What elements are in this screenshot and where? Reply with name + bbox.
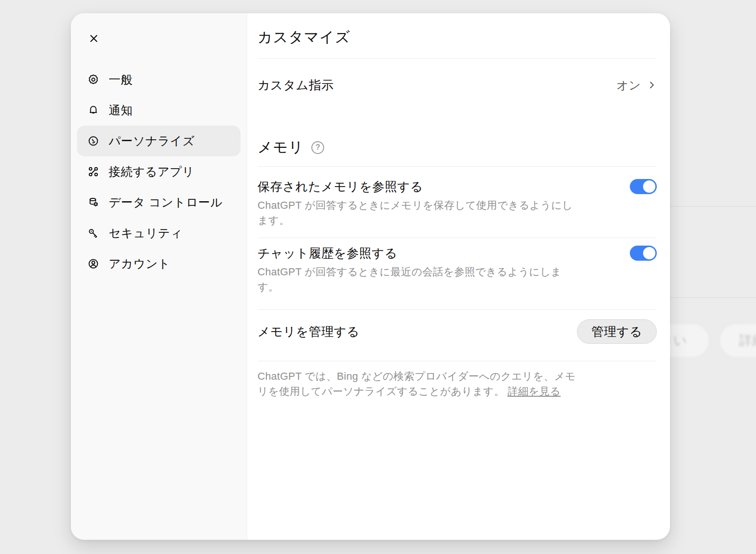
- bell-icon: [87, 104, 99, 116]
- divider: [258, 361, 657, 361]
- custom-instructions-label: カスタム指示: [258, 77, 334, 94]
- sidebar-item-notifications[interactable]: 通知: [77, 95, 241, 126]
- help-icon[interactable]: ?: [311, 141, 324, 154]
- sidebar-item-label: アカウント: [109, 256, 170, 272]
- database-gear-icon: [87, 196, 99, 208]
- dial-icon: [87, 135, 99, 147]
- memory-section-header: メモリ ?: [258, 137, 657, 158]
- background-pill-label: 詳細: [739, 332, 756, 349]
- chat-history-label: チャット履歴を参照する: [258, 245, 577, 262]
- custom-instructions-value: オン: [617, 77, 657, 93]
- sidebar-item-label: データ コントロール: [109, 195, 223, 210]
- custom-instructions-state: オン: [617, 77, 641, 93]
- close-icon: [88, 33, 99, 44]
- key-icon: [87, 227, 99, 239]
- learn-more-link[interactable]: 詳細を見る: [507, 385, 561, 397]
- chevron-right-icon: [646, 80, 657, 90]
- connected-apps-icon: [87, 166, 99, 178]
- chat-history-row: チャット履歴を参照する ChatGPT が回答するときに最近の会話を参照できるよ…: [258, 238, 657, 309]
- sidebar-item-connected-apps[interactable]: 接続するアプリ: [77, 156, 241, 187]
- settings-dialog: 一般 通知 パーソ: [71, 13, 670, 540]
- saved-memories-row: 保存されたメモリを参照する ChatGPT が回答するときにメモリを保存して使用…: [258, 167, 657, 238]
- settings-nav: 一般 通知 パーソ: [77, 64, 241, 279]
- gear-icon: [87, 74, 99, 85]
- memory-section-title: メモリ: [258, 137, 304, 158]
- page-title: カスタマイズ: [258, 27, 657, 47]
- manage-memory-label: メモリを管理する: [258, 324, 360, 340]
- memory-footnote: ChatGPT では、Bing などの検索プロバイダーへのクエリを、メモリを使用…: [258, 369, 577, 399]
- chat-history-text: チャット履歴を参照する ChatGPT が回答するときに最近の会話を参照できるよ…: [258, 245, 577, 295]
- chat-history-toggle[interactable]: [630, 246, 657, 261]
- divider: [258, 58, 657, 59]
- manage-memory-button[interactable]: 管理する: [577, 319, 657, 344]
- sidebar-item-label: パーソナライズ: [109, 133, 195, 149]
- custom-instructions-row[interactable]: カスタム指示 オン: [258, 74, 657, 96]
- saved-memories-toggle[interactable]: [630, 179, 657, 194]
- manage-memory-row: メモリを管理する 管理する: [258, 310, 657, 361]
- sidebar-item-label: 一般: [109, 72, 133, 87]
- sidebar-item-label: 接続するアプリ: [109, 164, 194, 179]
- saved-memories-text: 保存されたメモリを参照する ChatGPT が回答するときにメモリを保存して使用…: [258, 178, 577, 228]
- sidebar-item-security[interactable]: セキュリティ: [77, 218, 241, 248]
- sidebar-item-account[interactable]: アカウント: [77, 248, 241, 279]
- toggle-knob: [643, 180, 655, 193]
- close-button[interactable]: [86, 31, 101, 45]
- background-pill-button: 詳細: [719, 323, 756, 358]
- toggle-knob: [643, 247, 655, 259]
- background-divider: [662, 297, 756, 298]
- sidebar-item-label: セキュリティ: [109, 225, 183, 241]
- sidebar-item-data-controls[interactable]: データ コントロール: [77, 187, 241, 218]
- user-circle-icon: [87, 258, 99, 270]
- sidebar-item-label: 通知: [109, 102, 133, 118]
- saved-memories-description: ChatGPT が回答するときにメモリを保存して使用できるようにします。: [258, 198, 577, 228]
- settings-content: カスタマイズ カスタム指示 オン メモリ ? 保存されたメモリを参照する Cha…: [247, 13, 670, 540]
- background-divider: [662, 206, 756, 207]
- sidebar-item-personalization[interactable]: パーソナライズ: [77, 126, 241, 156]
- sidebar-item-general[interactable]: 一般: [77, 64, 241, 95]
- saved-memories-label: 保存されたメモリを参照する: [258, 178, 577, 195]
- chat-history-description: ChatGPT が回答するときに最近の会話を参照できるようにします。: [258, 264, 577, 295]
- settings-sidebar: 一般 通知 パーソ: [71, 13, 247, 540]
